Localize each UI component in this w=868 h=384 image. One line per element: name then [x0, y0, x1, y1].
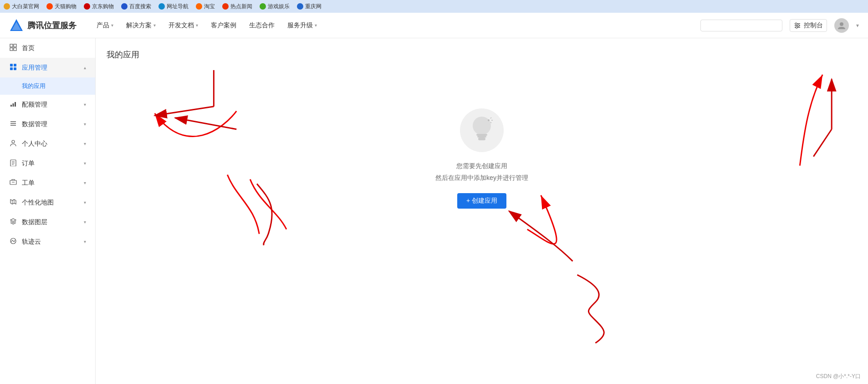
- home-icon: [9, 44, 17, 52]
- bookmark-jd-icon: [84, 3, 90, 10]
- page-title: 我的应用: [107, 49, 857, 60]
- nav-item-cases[interactable]: 客户案例: [205, 13, 242, 38]
- svg-rect-21: [15, 102, 16, 107]
- sidebar-item-custommap[interactable]: 个性化地图 ▾: [0, 193, 95, 212]
- sidebar-item-quota[interactable]: 配额管理 ▾: [0, 95, 95, 114]
- control-label: 控制台: [804, 21, 823, 30]
- bookmark-games[interactable]: 游戏娱乐: [260, 3, 290, 10]
- nav-arrow-product: ▾: [111, 23, 113, 28]
- empty-state: 您需要先创建应用 然后在应用中添加key并进行管理 + 创建应用: [107, 71, 857, 209]
- datamanage-arrow: ▾: [84, 122, 86, 127]
- svg-point-7: [795, 23, 797, 25]
- bookmark-taobao[interactable]: 淘宝: [196, 3, 215, 10]
- svg-point-36: [473, 117, 491, 135]
- user-icon: [837, 21, 846, 30]
- quota-arrow: ▾: [84, 102, 86, 107]
- sidebar-item-datalayer[interactable]: 数据图层 ▾: [0, 212, 95, 232]
- svg-rect-11: [10, 44, 13, 47]
- bookmark-bar: 大白菜官网 天猫购物 京东购物 百度搜索 网址导航 淘宝 热点新闻 游戏娱乐 重…: [0, 0, 868, 13]
- search-box[interactable]: [700, 20, 782, 31]
- ticket-icon: [9, 179, 17, 187]
- user-dropdown-arrow[interactable]: ▾: [856, 22, 859, 29]
- svg-rect-20: [13, 103, 14, 107]
- layers-icon: [9, 218, 17, 226]
- nav-item-docs[interactable]: 开发文档 ▾: [163, 13, 204, 38]
- nav-arrow-docs: ▾: [196, 23, 198, 28]
- sidebar-item-datamanage-label: 数据管理: [22, 120, 84, 128]
- sidebar-item-tickets[interactable]: 工单 ▾: [0, 173, 95, 193]
- map-icon: [9, 198, 17, 207]
- orders-arrow: ▾: [84, 161, 86, 166]
- logo-icon: [9, 18, 24, 33]
- sidebar-item-trackcloud-label: 轨迹云: [22, 238, 84, 246]
- svg-rect-16: [14, 64, 16, 67]
- control-panel-button[interactable]: 控制台: [790, 19, 827, 32]
- sidebar-item-trackcloud[interactable]: 轨迹云 ▾: [0, 232, 95, 251]
- user-avatar[interactable]: [834, 18, 849, 33]
- quota-icon: [9, 100, 17, 109]
- svg-point-40: [488, 119, 490, 121]
- bookmark-jd[interactable]: 京东购物: [84, 3, 114, 10]
- track-icon: [9, 237, 17, 246]
- sidebar-item-home-label: 首页: [22, 44, 86, 52]
- sidebar-item-datamanage[interactable]: 数据管理 ▾: [0, 114, 95, 134]
- svg-rect-37: [476, 134, 487, 136]
- sidebar-item-orders[interactable]: 订单 ▾: [0, 154, 95, 173]
- sidebar-item-home[interactable]: 首页: [0, 38, 95, 58]
- sidebar-item-orders-label: 订单: [22, 159, 84, 168]
- tickets-arrow: ▾: [84, 180, 86, 185]
- bookmark-baidu-icon: [121, 3, 128, 10]
- nav-item-ecosystem[interactable]: 生态合作: [244, 13, 280, 38]
- footer-note: CSDN @小*.*-Y口: [816, 373, 861, 380]
- nav-arrow-service: ▾: [315, 23, 317, 28]
- top-nav: 腾讯位置服务 产品 ▾ 解决方案 ▾ 开发文档 ▾ 客户案例 生态合作 服务升级…: [0, 13, 868, 38]
- svg-rect-17: [10, 67, 13, 70]
- svg-point-25: [12, 140, 15, 143]
- svg-point-8: [797, 25, 799, 26]
- svg-rect-39: [478, 138, 485, 140]
- sidebar-subitem-myapps[interactable]: 我的应用: [0, 77, 95, 95]
- main-layout: 首页 应用管理 ▴ 我的应用: [0, 38, 868, 384]
- svg-rect-12: [14, 44, 16, 47]
- nav-item-service[interactable]: 服务升级 ▾: [282, 13, 322, 38]
- bookmark-nav-icon: [158, 3, 165, 10]
- bookmark-cq-icon: [297, 3, 303, 10]
- search-input[interactable]: [705, 22, 781, 29]
- sidebar-item-custommap-label: 个性化地图: [22, 199, 84, 207]
- create-app-button[interactable]: + 创建应用: [457, 193, 506, 209]
- bookmark-games-icon: [260, 3, 266, 10]
- data-icon: [9, 120, 17, 128]
- empty-text-1: 您需要先创建应用: [456, 162, 507, 170]
- custommap-arrow: ▾: [84, 200, 86, 205]
- bookmark-dabai[interactable]: 大白菜官网: [4, 3, 39, 10]
- bookmark-dabai-icon: [4, 3, 10, 10]
- svg-rect-14: [14, 48, 16, 51]
- sidebar-item-datalayer-label: 数据图层: [22, 218, 84, 226]
- nav-item-product[interactable]: 产品 ▾: [91, 13, 119, 38]
- svg-point-10: [840, 22, 843, 26]
- logo-area[interactable]: 腾讯位置服务: [9, 18, 77, 33]
- bookmark-taobao-icon: [196, 3, 202, 10]
- bookmark-tianmao-icon: [46, 3, 53, 10]
- bookmark-news-icon: [222, 3, 229, 10]
- sidebar-item-appmanage[interactable]: 应用管理 ▴: [0, 58, 95, 77]
- order-icon: [9, 159, 17, 168]
- sidebar-subitem-myapps-label: 我的应用: [22, 82, 46, 90]
- bookmark-nav[interactable]: 网址导航: [158, 3, 189, 10]
- sidebar-item-personal[interactable]: 个人中心 ▾: [0, 134, 95, 154]
- nav-right: 控制台 ▾: [700, 18, 859, 33]
- sidebar: 首页 应用管理 ▴ 我的应用: [0, 38, 96, 384]
- nav-menu: 产品 ▾ 解决方案 ▾ 开发文档 ▾ 客户案例 生态合作 服务升级 ▾: [91, 13, 700, 38]
- empty-state-icon: [459, 108, 505, 153]
- person-icon: [9, 139, 17, 148]
- svg-rect-13: [10, 48, 13, 51]
- nav-item-solution[interactable]: 解决方案 ▾: [121, 13, 161, 38]
- svg-rect-19: [10, 105, 12, 107]
- nav-arrow-solution: ▾: [153, 23, 156, 28]
- bookmark-news[interactable]: 热点新闻: [222, 3, 252, 10]
- svg-rect-15: [10, 64, 13, 67]
- sidebar-item-quota-label: 配额管理: [22, 101, 84, 109]
- bookmark-tianmao[interactable]: 天猫购物: [46, 3, 77, 10]
- bookmark-baidu[interactable]: 百度搜索: [121, 3, 151, 10]
- bookmark-cq[interactable]: 重庆网: [297, 3, 322, 10]
